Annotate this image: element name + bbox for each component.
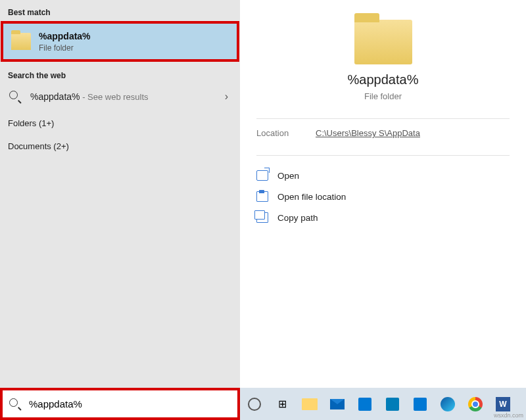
action-open-label: Open xyxy=(277,171,299,181)
bottom-bar: ⊞ W xyxy=(0,388,526,420)
web-result-text: %appdata% - See web results xyxy=(30,91,149,102)
divider xyxy=(256,155,510,156)
location-path[interactable]: C:\Users\Blessy S\AppData xyxy=(316,128,420,138)
open-icon xyxy=(256,170,268,181)
action-open[interactable]: Open xyxy=(256,165,510,186)
taskbar: ⊞ W xyxy=(240,388,526,420)
preview-header: %appdata% File folder xyxy=(256,20,510,101)
location-row: Location C:\Users\Blessy S\AppData xyxy=(256,128,510,138)
folders-group[interactable]: Folders (1+) xyxy=(0,114,240,132)
divider xyxy=(256,118,510,119)
folder-icon xyxy=(11,33,31,50)
preview-panel: %appdata% File folder Location C:\Users\… xyxy=(240,0,526,388)
best-match-title: %appdata% xyxy=(39,31,91,41)
copy-path-icon xyxy=(256,212,268,223)
location-label: Location xyxy=(256,128,316,138)
open-location-icon xyxy=(256,191,268,202)
action-open-location[interactable]: Open file location xyxy=(256,186,510,207)
word-icon[interactable]: W xyxy=(494,395,512,413)
best-match-header: Best match xyxy=(0,5,240,21)
search-web-header: Search the web xyxy=(0,68,240,84)
documents-group[interactable]: Documents (2+) xyxy=(0,137,240,155)
web-result-item[interactable]: %appdata% - See web results › xyxy=(0,84,240,109)
web-result-query: %appdata% xyxy=(30,91,80,102)
preview-subtitle: File folder xyxy=(256,91,510,101)
chevron-right-icon[interactable]: › xyxy=(225,91,228,103)
best-match-subtitle: File folder xyxy=(39,43,91,53)
search-icon xyxy=(9,91,21,103)
best-match-item[interactable]: %appdata% File folder xyxy=(1,21,239,62)
cortana-icon[interactable] xyxy=(245,395,264,413)
edge-icon[interactable] xyxy=(439,395,457,413)
folder-icon-large xyxy=(354,20,412,64)
task-view-icon[interactable]: ⊞ xyxy=(273,395,291,413)
search-icon xyxy=(9,398,21,410)
action-copy-path-label: Copy path xyxy=(277,213,318,223)
action-open-location-label: Open file location xyxy=(277,192,346,202)
chrome-icon[interactable] xyxy=(466,395,485,413)
store-icon[interactable] xyxy=(356,395,374,413)
file-explorer-icon[interactable] xyxy=(300,395,319,413)
results-list-panel: Best match %appdata% File folder Search … xyxy=(0,0,240,388)
watermark: wsxdn.com xyxy=(494,412,523,419)
search-input[interactable] xyxy=(29,398,231,409)
web-result-suffix: - See web results xyxy=(80,92,149,102)
best-match-text: %appdata% File folder xyxy=(39,30,91,53)
action-copy-path[interactable]: Copy path xyxy=(256,207,510,228)
dell-icon[interactable] xyxy=(383,395,402,413)
preview-title: %appdata% xyxy=(256,72,510,87)
mail-icon[interactable] xyxy=(328,395,347,413)
search-results-window: Best match %appdata% File folder Search … xyxy=(0,0,526,388)
app-icon[interactable] xyxy=(411,395,429,413)
search-box[interactable] xyxy=(0,388,240,420)
